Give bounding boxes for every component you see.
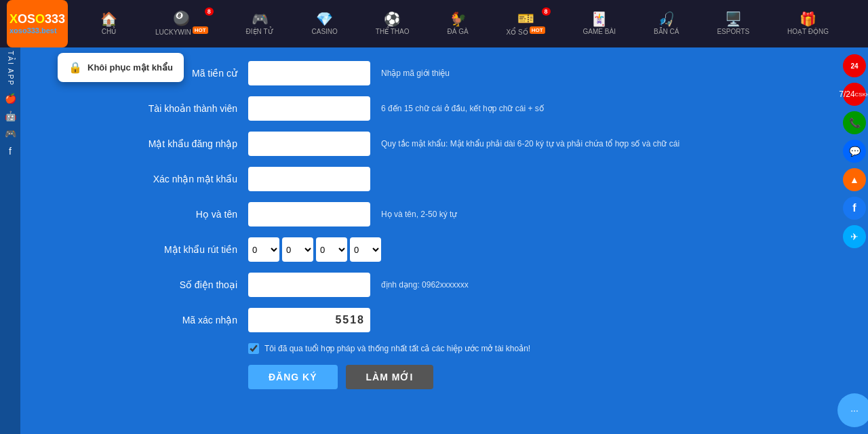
hint-so-dien-thoai: định dạng: 0962xxxxxxx [381,280,800,290]
dien-tu-icon: 🎮 [252,12,269,26]
form-row-ho-va-ten: Họ và tên Họ và tên, 2-50 ký tự [102,202,800,226]
nav-item-casino[interactable]: 💎 CASINO [312,12,338,35]
input-ma-xac-nhan[interactable] [248,308,370,332]
label-mat-khau: Mật khẩu đăng nhập [102,138,237,149]
btn-row: ĐĂNG KÝ LÀM MỚI [248,365,800,389]
pwd-dropdowns: 0123456789 0123456789 0123456789 0123456… [248,237,381,262]
the-thao-icon: ⚽ [384,12,401,26]
xo-so-badge: 8 [542,7,551,16]
nav-item-hoat-dong[interactable]: 🎁 HOẠT ĐỘNG [787,12,829,35]
form-row-xac-nhan-mat-khau: Xác nhận mật khẩu [102,167,800,191]
ban-ca-icon: 🎣 [658,12,675,26]
pwd-digit-4[interactable]: 0123456789 [350,237,381,262]
form-row-ma-tien-cu: Mã tiền cử Nhập mã giới thiệu [102,61,800,85]
nav-label-chu: CHỦ [102,28,116,35]
input-tai-khoan[interactable] [248,96,370,121]
nav-label-da-ga: ĐÁ GÀ [448,28,469,35]
nav-label-dien-tu: ĐIỆN TỬ [246,28,274,35]
nav-label-game-bai: GAME BÀI [583,28,616,35]
android-icon[interactable]: 🤖 [5,111,16,121]
nav-item-game-bai[interactable]: 🃏 GAME BÀI [583,12,616,35]
nav-label-luckywin: LUCKYWINHOT [155,27,208,36]
agree-checkbox[interactable] [248,343,259,354]
nav-item-dien-tu[interactable]: 🎮 ĐIỆN TỬ [246,12,274,35]
pwd-digit-2[interactable]: 0123456789 [282,237,313,262]
label-tai-khoan: Tài khoản thành viên [102,103,237,114]
input-ho-va-ten[interactable] [248,202,370,226]
hint-ho-va-ten: Họ và tên, 2-50 ký tự [381,210,800,219]
nav-item-chu[interactable]: 🏠 CHỦ [100,12,117,35]
da-ga-icon: 🐓 [450,12,467,26]
nav-item-da-ga[interactable]: 🐓 ĐÁ GÀ [448,12,469,35]
input-mat-khau[interactable] [248,132,370,156]
luckywin-badge: 8 [205,7,214,16]
nav-item-luckywin[interactable]: 🎱 8 LUCKYWINHOT [155,12,208,36]
label-mat-khau-rut-tien: Mật khẩu rút tiền [102,244,237,255]
hint-ma-tien-cu: Nhập mã giới thiệu [381,68,800,78]
label-so-dien-thoai: Số điện thoại [102,279,237,290]
nav-label-esports: ESPORTS [717,28,749,35]
form-row-ma-xac-nhan: Mã xác nhận 5518 [102,308,800,332]
lock-icon: 🔒 [68,61,82,74]
input-ma-tien-cu[interactable] [248,61,370,85]
nav-label-ban-ca: BẮN CÁ [654,28,679,35]
pwd-digit-1[interactable]: 0123456789 [248,237,279,262]
site-name: xoso333.best [9,26,65,35]
register-button[interactable]: ĐĂNG KÝ [248,365,338,389]
telegram-button[interactable]: ✈ [843,225,866,248]
chat-button[interactable]: 💬 [843,140,866,163]
phone-button[interactable]: 📞 [843,111,866,134]
logo[interactable]: XOSO333 xoso333.best [7,0,68,47]
nav-item-ban-ca[interactable]: 🎣 BẮN CÁ [654,12,679,35]
game-icon[interactable]: 🎮 [5,128,16,139]
nav-item-xo-so[interactable]: 🎫 8 XỔ SỐHOT [507,12,545,36]
nav-label-xo-so: XỔ SỐHOT [507,27,545,36]
khoi-phuc-label: Khôi phục mật khẩu [87,62,173,73]
esports-icon: 🖥️ [725,12,742,26]
more-button[interactable]: ··· [837,393,868,427]
reset-button[interactable]: LÀM MỚI [346,365,434,389]
top-nav: XOSO333 xoso333.best 🏠 CHỦ 🎱 8 LUCKYWINH… [0,0,868,47]
chu-icon: 🏠 [100,12,117,26]
form-row-so-dien-thoai: Số điện thoại định dạng: 0962xxxxxxx [102,273,800,297]
nav-item-esports[interactable]: 🖥️ ESPORTS [717,12,749,35]
tai-app-label: TẢI APP [7,51,14,86]
captcha-wrapper: 5518 [248,308,370,332]
logo-text: XOSO333 [9,13,65,25]
input-xac-nhan-mat-khau[interactable] [248,167,370,191]
nav-label-casino: CASINO [312,28,338,35]
nav-items: 🏠 CHỦ 🎱 8 LUCKYWINHOT 🎮 ĐIỆN TỬ 💎 CASINO… [68,12,861,36]
label-ma-xac-nhan: Mã xác nhận [102,315,237,326]
luckywin-icon: 🎱 [173,12,190,25]
checkbox-row: Tôi đã qua tuổi hợp pháp và thống nhất t… [248,343,800,354]
calendar-button[interactable]: 7/24CSKH [843,83,866,106]
label-xac-nhan-mat-khau: Xác nhận mật khẩu [102,174,237,184]
nav-label-the-thao: THỂ THAO [376,28,410,35]
checkbox-label: Tôi đã qua tuổi hợp pháp và thống nhất t… [264,344,530,353]
xo-so-icon: 🎫 [517,12,534,25]
scroll-up-button[interactable]: ▲ [843,168,866,191]
pwd-digit-3[interactable]: 0123456789 [316,237,347,262]
form-row-mat-khau-rut-tien: Mật khẩu rút tiền 0123456789 0123456789 … [102,237,800,262]
facebook-icon[interactable]: f [9,146,12,157]
nav-item-the-thao[interactable]: ⚽ THỂ THAO [376,12,410,35]
hint-mat-khau: Quy tắc mật khẩu: Mật khẩu phải dài 6-20… [381,139,800,149]
right-sidebar: 24 7/24CSKH 📞 💬 ▲ f ✈ ··· [841,47,868,434]
main-content: Mã tiền cử Nhập mã giới thiệu Tài khoản … [20,47,841,434]
label-ho-va-ten: Họ và tên [102,209,237,220]
form-row-mat-khau: Mật khẩu đăng nhập Quy tắc mật khẩu: Mật… [102,132,800,156]
facebook-button[interactable]: f [843,197,866,220]
left-sidebar: TẢI APP 🍎 🤖 🎮 f [0,47,20,434]
casino-icon: 💎 [316,12,333,26]
hint-tai-khoan: 6 đến 15 chữ cái ở đầu, kết hợp chữ cái … [381,104,800,113]
support-24-button[interactable]: 24 [843,54,866,77]
khoi-phuc-popup[interactable]: 🔒 Khôi phục mật khẩu [58,53,184,82]
apple-icon[interactable]: 🍎 [5,93,16,104]
nav-label-hoat-dong: HOẠT ĐỘNG [787,28,829,35]
game-bai-icon: 🃏 [591,12,608,26]
hoat-dong-icon: 🎁 [800,12,816,26]
form-row-tai-khoan: Tài khoản thành viên 6 đến 15 chữ cái ở … [102,96,800,121]
input-so-dien-thoai[interactable] [248,273,370,297]
